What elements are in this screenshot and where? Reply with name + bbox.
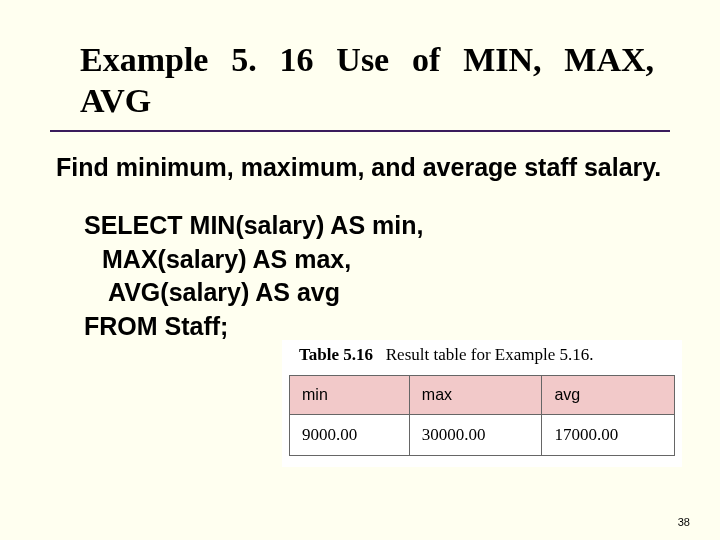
sql-line-2: MAX(salary) AS max, [84, 243, 670, 277]
table-caption-text: Result table for Example 5.16. [386, 345, 594, 364]
table-caption: Table 5.16 Result table for Example 5.16… [289, 345, 675, 365]
col-max: max [409, 376, 542, 415]
sql-line-4: FROM Staff; [84, 310, 670, 344]
col-min: min [290, 376, 410, 415]
problem-statement: Find minimum, maximum, and average staff… [50, 152, 670, 183]
title-line-1: Example 5. 16 Use of MIN, MAX, [80, 41, 654, 78]
table-caption-bold: Table 5.16 [299, 345, 373, 364]
cell-min: 9000.00 [290, 415, 410, 456]
slide-title: Example 5. 16 Use of MIN, MAX, AVG [50, 40, 670, 132]
result-table-box: Table 5.16 Result table for Example 5.16… [282, 340, 682, 467]
sql-line-1: SELECT MIN(salary) AS min, [84, 211, 423, 239]
sql-block: SELECT MIN(salary) AS min, MAX(salary) A… [50, 209, 670, 344]
page-number: 38 [678, 516, 690, 528]
cell-max: 30000.00 [409, 415, 542, 456]
table-header-row: min max avg [290, 376, 675, 415]
title-line-2: AVG [80, 81, 654, 122]
col-avg: avg [542, 376, 675, 415]
table-row: 9000.00 30000.00 17000.00 [290, 415, 675, 456]
sql-line-3: AVG(salary) AS avg [84, 276, 670, 310]
slide: Example 5. 16 Use of MIN, MAX, AVG Find … [0, 0, 720, 540]
cell-avg: 17000.00 [542, 415, 675, 456]
result-table: min max avg 9000.00 30000.00 17000.00 [289, 375, 675, 456]
